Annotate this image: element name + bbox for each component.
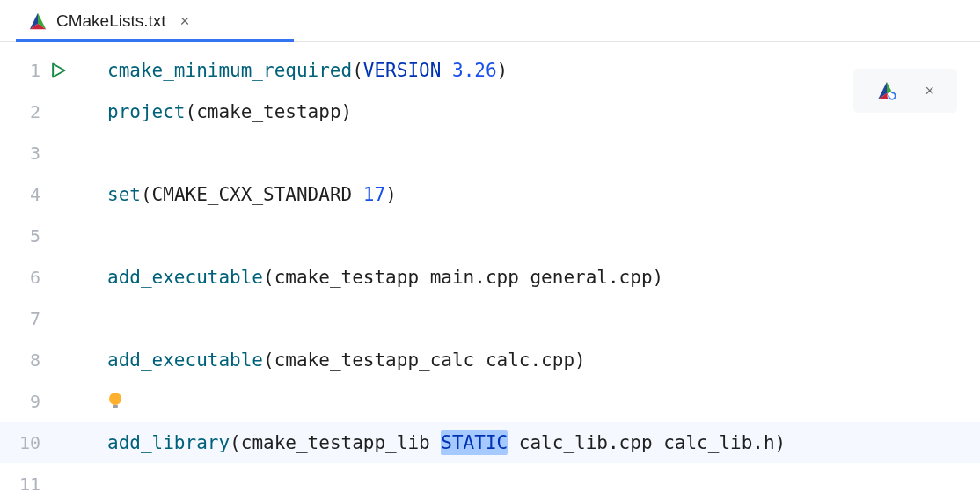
code-line[interactable] [91, 463, 980, 500]
gutter-row: 1 [0, 49, 91, 91]
line-number: 8 [16, 349, 40, 371]
code-line[interactable] [91, 215, 980, 256]
gutter-row: 10 [0, 422, 91, 463]
gutter-row: 7 [0, 298, 91, 339]
code-area[interactable]: cmake_minimum_required(VERSION 3.26) pro… [91, 42, 980, 500]
line-number: 11 [16, 474, 40, 495]
svg-point-4 [109, 393, 121, 405]
code-line[interactable] [91, 380, 980, 422]
gutter-row: 5 [0, 215, 91, 256]
gutter-row: 2 [0, 91, 91, 132]
line-number: 7 [16, 308, 40, 329]
line-number: 3 [16, 143, 40, 164]
code-line[interactable]: add_executable(cmake_testapp_calc calc.c… [91, 339, 980, 380]
gutter: 1 2 3 4 5 6 7 8 9 10 11 [0, 42, 91, 500]
tab-title: CMakeLists.txt [56, 11, 166, 31]
svg-marker-3 [53, 63, 64, 77]
gutter-row: 9 [0, 380, 91, 422]
code-line[interactable]: set(CMAKE_CXX_STANDARD 17) [91, 173, 980, 215]
gutter-row: 6 [0, 256, 91, 298]
reload-cmake-notification: × [853, 69, 957, 113]
editor: 1 2 3 4 5 6 7 8 9 10 11 cmake_minimum_re… [0, 42, 980, 500]
line-number: 4 [16, 184, 40, 205]
gutter-row: 4 [0, 173, 91, 215]
code-line[interactable]: cmake_minimum_required(VERSION 3.26) [91, 49, 980, 91]
notification-close-icon[interactable]: × [925, 82, 935, 100]
gutter-row: 3 [0, 132, 91, 173]
tab-bar: CMakeLists.txt × [0, 0, 980, 42]
file-tab[interactable]: CMakeLists.txt × [16, 0, 202, 41]
cmake-reload-icon[interactable] [876, 80, 897, 101]
code-line[interactable]: project(cmake_testapp) [91, 91, 980, 132]
line-number: 6 [16, 267, 40, 288]
code-line[interactable]: add_executable(cmake_testapp main.cpp ge… [91, 256, 980, 298]
selected-text: STATIC [441, 430, 508, 455]
code-line-current[interactable]: add_library(cmake_testapp_lib STATIC cal… [91, 422, 980, 463]
line-number: 5 [16, 225, 40, 246]
line-number: 2 [16, 101, 40, 122]
gutter-row: 11 [0, 463, 91, 500]
code-line[interactable] [91, 298, 980, 339]
svg-rect-5 [113, 405, 118, 408]
line-number: 9 [16, 391, 40, 412]
gutter-row: 8 [0, 339, 91, 380]
line-number: 1 [16, 60, 40, 81]
cmake-file-icon [28, 11, 48, 31]
run-gutter-icon[interactable] [49, 62, 67, 79]
code-line[interactable] [91, 132, 980, 173]
tab-close-icon[interactable]: × [180, 11, 190, 31]
line-number: 10 [16, 432, 40, 453]
